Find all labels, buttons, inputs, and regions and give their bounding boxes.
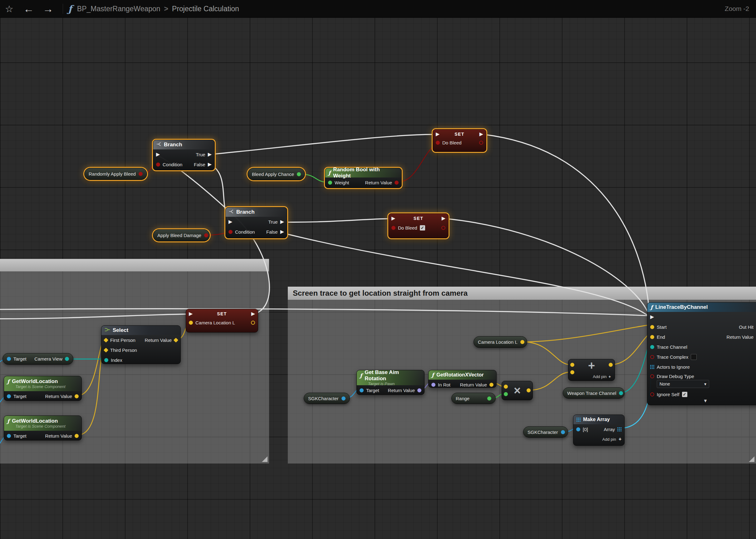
exec-in-pin[interactable]: ▶ <box>436 132 439 137</box>
back-icon[interactable]: ← <box>23 3 34 14</box>
return-value-pin[interactable] <box>75 394 79 398</box>
camera-view-node[interactable]: Target Camera View <box>3 353 73 365</box>
exec-true-pin[interactable]: ▶ <box>208 152 212 157</box>
variable-apply-bleed-damage[interactable]: Apply Bleed Damage <box>153 229 210 241</box>
comment-resize-handle[interactable] <box>749 456 754 462</box>
exec-in-pin[interactable]: ▶ <box>156 152 160 157</box>
get-base-aim-rotation-node[interactable]: ƒGet Base Aim Rotation Target is Pawn Ta… <box>356 370 425 395</box>
camera-view-pin[interactable] <box>65 357 69 361</box>
ignore-self-checkbox[interactable]: ✓ <box>682 392 687 397</box>
bool-out-pin[interactable] <box>139 172 142 176</box>
float-out-pin[interactable] <box>487 397 491 401</box>
exec-in-pin[interactable]: ▶ <box>229 219 232 224</box>
get-world-location-node-2[interactable]: ƒGetWorldLocation Target is Scene Compon… <box>4 416 82 440</box>
bool-out-pin[interactable] <box>204 233 208 237</box>
array-out-pin[interactable] <box>617 427 621 431</box>
vector-out-pin[interactable] <box>520 340 524 344</box>
variable-camera-location-l[interactable]: Camera Location L <box>474 336 527 348</box>
forward-icon[interactable]: → <box>43 3 53 14</box>
exec-out-pin[interactable]: ▶ <box>442 216 445 221</box>
target-pin[interactable] <box>7 357 11 361</box>
add-pin-button[interactable]: Add pin + <box>603 436 621 442</box>
first-person-pin[interactable] <box>104 338 109 343</box>
do-bleed-in-pin[interactable] <box>436 141 440 145</box>
line-trace-by-channel-node[interactable]: ƒ LineTraceByChannel ▶ ▶ Start Out Hit E… <box>647 302 756 405</box>
exec-in-pin[interactable]: ▶ <box>650 314 654 319</box>
exec-false-pin[interactable]: ▶ <box>280 229 284 234</box>
add-out-pin[interactable] <box>609 363 613 367</box>
branch-node-1[interactable]: Branch ▶ True▶ Condition False▶ <box>153 140 215 170</box>
comment-box-screen-trace-header[interactable]: Screen trace to get location straight fr… <box>288 287 756 300</box>
variable-randomly-apply-bleed[interactable]: Randomly Apply Bleed <box>84 168 147 180</box>
condition-pin[interactable] <box>229 230 233 234</box>
exec-in-pin[interactable]: ▶ <box>189 311 193 316</box>
exec-in-pin[interactable]: ▶ <box>391 216 395 221</box>
select-node[interactable]: Select First Person Return Value Third P… <box>101 325 181 364</box>
variable-bleed-apply-chance[interactable]: Bleed Apply Chance <box>247 168 305 180</box>
favorite-star-icon[interactable]: ☆ <box>5 3 13 14</box>
comment-resize-handle[interactable] <box>262 456 267 462</box>
add-in-a-pin[interactable] <box>570 363 574 367</box>
return-value-pin[interactable] <box>489 383 494 387</box>
return-value-pin[interactable] <box>395 181 399 185</box>
multiply-in-a-pin[interactable] <box>504 385 508 389</box>
trace-channel-pin[interactable] <box>650 345 654 349</box>
return-value-pin[interactable] <box>75 434 79 438</box>
random-bool-with-weight-node[interactable]: ƒ Random Bool with Weight Weight Return … <box>325 168 402 188</box>
get-world-location-node-1[interactable]: ƒGetWorldLocation Target is Scene Compon… <box>4 376 82 401</box>
target-pin[interactable] <box>7 394 11 398</box>
trace-complex-checkbox[interactable] <box>691 354 697 360</box>
ignore-self-pin[interactable] <box>650 392 654 397</box>
in-rot-pin[interactable] <box>431 383 435 387</box>
set-do-bleed-node-1[interactable]: ▶ SET ▶ Do Bleed <box>432 129 486 152</box>
multiply-node[interactable]: × <box>502 381 533 400</box>
get-rotation-x-vector-node[interactable]: ƒ GetRotationXVector In Rot Return Value <box>428 370 497 388</box>
add-pin-button[interactable]: Add pin + <box>593 374 611 379</box>
condition-pin[interactable] <box>156 163 160 167</box>
index-pin[interactable] <box>104 358 108 362</box>
variable-sgk-character-2[interactable]: SGKCharacter <box>523 426 568 438</box>
element-0-pin[interactable] <box>576 427 580 431</box>
return-value-pin[interactable] <box>417 388 422 392</box>
actors-to-ignore-pin[interactable] <box>650 365 654 369</box>
object-out-pin[interactable] <box>561 430 565 434</box>
variable-sgk-character-1[interactable]: SGKCharacter <box>304 393 350 404</box>
start-pin[interactable] <box>650 325 654 329</box>
do-bleed-checkbox[interactable]: ✓ <box>420 225 425 231</box>
draw-debug-type-dropdown[interactable]: None ▾ <box>657 380 709 388</box>
make-array-node[interactable]: Make Array [0] Array Add pin + <box>573 415 624 446</box>
end-pin[interactable] <box>650 335 654 339</box>
enum-out-pin[interactable] <box>619 391 623 395</box>
exec-out-pin[interactable]: ▶ <box>479 132 483 137</box>
variable-range[interactable]: Range <box>451 393 496 404</box>
object-out-pin[interactable] <box>341 397 345 401</box>
multiply-in-b-pin[interactable] <box>504 392 508 396</box>
collapse-chevron-icon[interactable]: ▼ <box>703 398 708 403</box>
draw-debug-type-pin[interactable] <box>650 374 654 378</box>
breadcrumb-root[interactable]: BP_MasterRangeWeapon <box>77 5 160 13</box>
add-in-b-pin[interactable] <box>570 370 574 374</box>
branch-node-2[interactable]: Branch ▶ True▶ Condition False▶ <box>225 207 287 238</box>
third-person-pin[interactable] <box>104 347 109 352</box>
camera-location-out-pin[interactable] <box>251 321 255 325</box>
variable-weapon-trace-channel[interactable]: Weapon Trace Channel <box>563 387 624 399</box>
exec-false-pin[interactable]: ▶ <box>208 162 212 167</box>
breadcrumb-current[interactable]: Projectile Calculation <box>172 5 239 13</box>
do-bleed-out-pin[interactable] <box>441 226 445 230</box>
trace-complex-pin[interactable] <box>650 355 654 359</box>
target-pin[interactable] <box>360 388 364 392</box>
float-out-pin[interactable] <box>297 172 301 176</box>
comment-box-left-header[interactable] <box>0 259 269 271</box>
target-pin[interactable] <box>7 434 11 438</box>
multiply-out-pin[interactable] <box>526 388 531 392</box>
camera-location-in-pin[interactable] <box>189 321 193 325</box>
do-bleed-in-pin[interactable] <box>391 226 396 230</box>
exec-out-pin[interactable]: ▶ <box>251 311 255 316</box>
set-do-bleed-node-2[interactable]: ▶ SET ▶ Do Bleed✓ <box>388 213 448 238</box>
weight-pin[interactable] <box>328 181 332 185</box>
return-value-pin[interactable] <box>173 338 179 343</box>
set-camera-location-node[interactable]: ▶ SET ▶ Camera Location L <box>186 309 258 333</box>
add-node[interactable]: + Add pin + <box>568 359 615 381</box>
exec-true-pin[interactable]: ▶ <box>280 219 284 224</box>
do-bleed-out-pin[interactable] <box>479 141 483 145</box>
